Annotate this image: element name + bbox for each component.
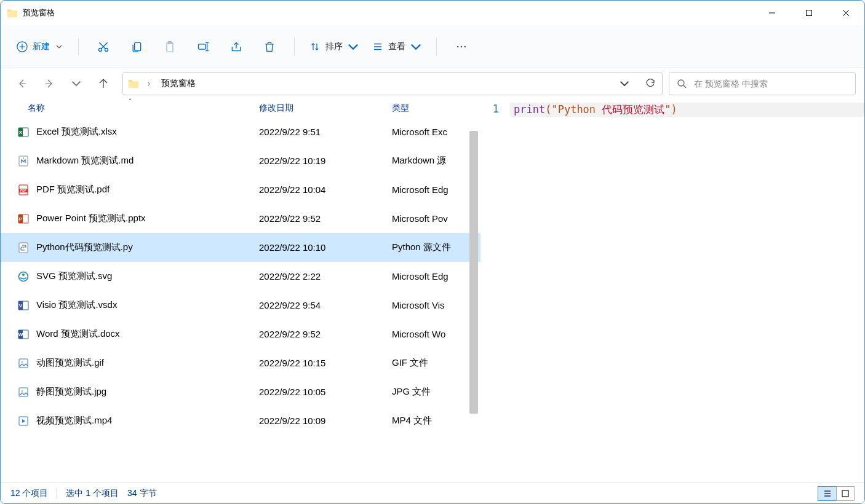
file-type: JPG 文件 bbox=[392, 386, 480, 398]
search-input[interactable] bbox=[694, 79, 848, 89]
file-pane: ˄ 名称 修改日期 类型 XExcel 预览测试.xlsx2022/9/22 9… bbox=[1, 99, 480, 492]
file-type: Markdown 源 bbox=[392, 155, 480, 167]
svg-point-28 bbox=[678, 80, 684, 86]
file-row[interactable]: PPower Point 预览测试.pptx2022/9/22 9:52Micr… bbox=[1, 204, 480, 233]
file-name: Power Point 预览测试.pptx bbox=[36, 213, 259, 224]
file-date: 2022/9/22 10:09 bbox=[259, 415, 392, 426]
sort-label: 排序 bbox=[325, 41, 343, 52]
maximize-button[interactable] bbox=[791, 1, 827, 25]
up-button[interactable] bbox=[95, 76, 111, 92]
search-box[interactable] bbox=[669, 72, 856, 95]
file-row[interactable]: Markdown 预览测试.md2022/9/22 10:19Markdown … bbox=[1, 146, 480, 175]
status-size: 34 字节 bbox=[127, 488, 156, 499]
file-date: 2022/9/22 2:22 bbox=[259, 271, 392, 282]
share-icon bbox=[230, 41, 242, 53]
preview-pane: 1 print("Python 代码预览测试") bbox=[480, 99, 864, 492]
address-history-button[interactable] bbox=[616, 76, 632, 92]
column-date[interactable]: 修改日期 bbox=[259, 103, 392, 114]
view-button[interactable]: 查看 bbox=[367, 37, 426, 56]
toolbar-separator bbox=[78, 38, 79, 55]
ppt-file-icon: P bbox=[18, 213, 29, 224]
file-row[interactable]: SVG 预览测试.svg2022/9/22 2:22Microsoft Edg bbox=[1, 262, 480, 291]
svg-rect-57 bbox=[842, 490, 848, 497]
file-name: Excel 预览测试.xlsx bbox=[36, 126, 259, 138]
folder-icon bbox=[128, 79, 139, 89]
new-button[interactable]: 新建 bbox=[10, 37, 68, 56]
chevron-down-icon bbox=[56, 44, 62, 50]
file-row[interactable]: WWord 预览测试.docx2022/9/22 9:52Microsoft W… bbox=[1, 320, 480, 348]
svg-rect-1 bbox=[807, 10, 812, 16]
svg-point-50 bbox=[22, 361, 23, 363]
paste-button[interactable] bbox=[155, 33, 185, 60]
title-bar: 预览窗格 bbox=[1, 1, 864, 25]
status-separator bbox=[57, 489, 57, 498]
svg-rect-40 bbox=[19, 243, 28, 253]
file-date: 2022/9/22 9:54 bbox=[259, 300, 392, 310]
file-type: Python 源文件 bbox=[392, 242, 480, 253]
status-count: 12 个项目 bbox=[10, 488, 48, 499]
mp4-file-icon bbox=[18, 415, 29, 427]
back-button[interactable] bbox=[14, 76, 30, 92]
scrollbar-vertical[interactable] bbox=[469, 131, 478, 414]
code-preview: 1 print("Python 代码预览测试") bbox=[480, 99, 864, 117]
svg-point-23 bbox=[461, 45, 463, 47]
svg-line-29 bbox=[684, 85, 686, 88]
file-name: Word 预览测试.docx bbox=[36, 328, 259, 340]
chevron-down-icon bbox=[348, 41, 359, 52]
ellipsis-icon bbox=[455, 41, 468, 53]
plus-circle-icon bbox=[17, 41, 28, 52]
address-bar[interactable]: › 预览窗格 bbox=[122, 72, 663, 95]
status-selection: 选中 1 个项目 bbox=[66, 488, 119, 499]
thumbnails-view-button[interactable] bbox=[836, 486, 855, 501]
refresh-icon bbox=[645, 79, 655, 89]
chevron-down-icon bbox=[620, 79, 629, 89]
list-icon bbox=[823, 489, 832, 498]
grid-icon bbox=[841, 489, 850, 498]
view-label: 查看 bbox=[388, 41, 405, 52]
more-button[interactable] bbox=[447, 33, 476, 60]
close-button[interactable] bbox=[827, 1, 864, 25]
file-type: Microsoft Vis bbox=[392, 300, 480, 310]
file-row[interactable]: Python代码预览测试.py2022/9/22 10:10Python 源文件 bbox=[1, 233, 480, 262]
breadcrumb-current[interactable]: 预览窗格 bbox=[159, 77, 198, 90]
md-file-icon bbox=[18, 156, 29, 167]
file-row[interactable]: VVisio 预览测试.vsdx2022/9/22 9:54Microsoft … bbox=[1, 291, 480, 320]
file-name: PDF 预览测试.pdf bbox=[36, 184, 259, 195]
chevron-down-icon bbox=[71, 79, 81, 89]
arrow-left-icon bbox=[17, 79, 27, 89]
delete-button[interactable] bbox=[255, 33, 284, 60]
forward-button[interactable] bbox=[41, 76, 57, 92]
column-name[interactable]: 名称 bbox=[28, 103, 259, 114]
file-date: 2022/9/22 10:15 bbox=[259, 358, 392, 368]
main-area: ˄ 名称 修改日期 类型 XExcel 预览测试.xlsx2022/9/22 9… bbox=[1, 99, 864, 492]
rename-button[interactable] bbox=[188, 33, 218, 60]
svg-rect-49 bbox=[19, 359, 28, 368]
file-row[interactable]: 静图预览测试.jpg2022/9/22 10:05JPG 文件 bbox=[1, 377, 480, 406]
file-type: GIF 文件 bbox=[392, 357, 480, 369]
svg-text:X: X bbox=[19, 130, 23, 135]
file-row[interactable]: 动图预览测试.gif2022/9/22 10:15GIF 文件 bbox=[1, 348, 480, 377]
minimize-button[interactable] bbox=[754, 1, 791, 25]
clipboard-icon bbox=[164, 41, 176, 53]
word-file-icon: W bbox=[18, 329, 29, 340]
file-type: MP4 文件 bbox=[392, 415, 480, 427]
sort-caret-icon: ˄ bbox=[129, 98, 132, 104]
copy-button[interactable] bbox=[122, 33, 151, 60]
svg-rect-11 bbox=[135, 42, 141, 50]
scissors-icon bbox=[97, 41, 110, 53]
file-row[interactable]: PDFPDF 预览测试.pdf2022/9/22 10:04Microsoft … bbox=[1, 175, 480, 204]
breadcrumb-separator: › bbox=[145, 79, 153, 88]
file-name: Markdown 预览测试.md bbox=[36, 155, 259, 167]
file-row[interactable]: XExcel 预览测试.xlsx2022/9/22 9:51Microsoft … bbox=[1, 117, 480, 146]
cut-button[interactable] bbox=[89, 33, 118, 60]
share-button[interactable] bbox=[221, 33, 251, 60]
svg-text:W: W bbox=[18, 332, 23, 337]
file-name: Visio 预览测试.vsdx bbox=[36, 299, 259, 311]
column-type[interactable]: 类型 bbox=[392, 103, 480, 114]
recent-button[interactable] bbox=[68, 76, 84, 92]
refresh-button[interactable] bbox=[642, 76, 658, 92]
file-date: 2022/9/22 9:52 bbox=[259, 213, 392, 224]
file-row[interactable]: 视频预览测试.mp42022/9/22 10:09MP4 文件 bbox=[1, 406, 480, 435]
sort-button[interactable]: 排序 bbox=[305, 37, 364, 56]
details-view-button[interactable] bbox=[818, 486, 836, 501]
